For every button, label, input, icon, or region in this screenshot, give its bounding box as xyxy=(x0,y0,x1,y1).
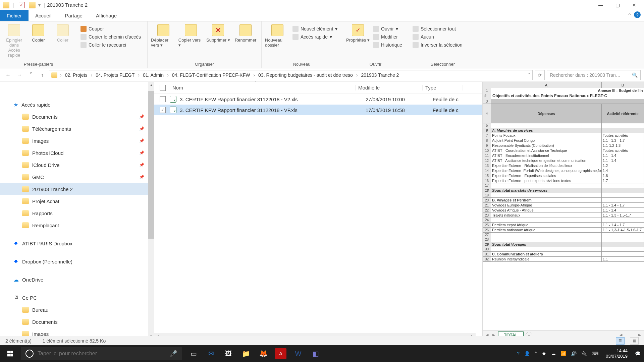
tab-view[interactable]: Affichage xyxy=(89,10,123,21)
tray-wifi-icon[interactable]: 📶 xyxy=(560,351,566,356)
copy-button[interactable]: Copier xyxy=(28,23,49,43)
search-input[interactable]: Rechercher dans : 201903 Tran… 🔍 xyxy=(547,70,641,80)
breadcrumb[interactable]: 01. Admin xyxy=(142,72,164,78)
taskbar-firefox[interactable]: 🦊 xyxy=(258,348,269,359)
tray-help-icon[interactable]: ? xyxy=(517,351,520,356)
nav-dropbox-personal[interactable]: ⯁Dropbox (Personnelle) xyxy=(0,255,154,267)
tray-volume-icon[interactable]: 🔊 xyxy=(571,351,577,356)
pin-quickaccess-button[interactable]: Épingler dans Accès rapide xyxy=(3,23,25,58)
preview-cell: ATIBT - Coordination et Assistance Techn… xyxy=(491,148,602,153)
rename-button[interactable]: Renommer xyxy=(233,23,258,43)
new-item-button[interactable]: Nouvel élément ▾ xyxy=(292,25,337,33)
tab-file[interactable]: Fichier xyxy=(0,10,29,21)
action-center-icon[interactable]: 💬 xyxy=(635,351,641,356)
tray-overflow-icon[interactable]: ˄ xyxy=(535,351,537,356)
sidebar-item[interactable]: Rapports xyxy=(0,207,154,219)
breadcrumb[interactable]: 02. Projets xyxy=(64,72,88,78)
maximize-button[interactable]: ▢ xyxy=(609,0,626,10)
delete-button[interactable]: Supprimer ▾ xyxy=(206,23,231,43)
file-row[interactable]: ✓3. CERTIF KFW Rapport financier 3112201… xyxy=(154,105,482,115)
quick-access-button[interactable]: Accès rapide ▾ xyxy=(292,33,337,41)
sidebar-item[interactable]: iCloud Drive📌 xyxy=(0,159,154,171)
tray-keyboard-icon[interactable]: ⌨ xyxy=(592,351,598,356)
col-modified[interactable]: Modifié le xyxy=(356,85,423,90)
open-button[interactable]: Ouvrir ▾ xyxy=(373,25,402,33)
chevron-down-icon[interactable]: ▾ xyxy=(38,2,41,8)
sidebar-item[interactable]: GMC📌 xyxy=(0,171,154,183)
tray-people-icon[interactable]: 👤 xyxy=(524,351,530,356)
sidebar-item[interactable]: Photos iCloud📌 xyxy=(0,147,154,159)
breadcrumb[interactable]: 04. FLEGT-Certification PPECF-KFW xyxy=(171,72,251,78)
nav-dropbox[interactable]: ⯁ATIBT PARIS Dropbox xyxy=(0,237,154,249)
taskbar-acrobat[interactable]: A xyxy=(275,348,286,359)
scroll-up-button[interactable]: ▲ xyxy=(148,82,154,88)
cut-button[interactable]: Couper xyxy=(80,25,141,33)
nav-forward-button[interactable]: → xyxy=(15,70,24,80)
sidebar-item[interactable]: Images📌 xyxy=(0,135,154,147)
address-bar[interactable]: › 02. Projets› 04. Projets FLEGT› 01. Ad… xyxy=(49,70,533,80)
scrollbar-thumb[interactable] xyxy=(148,91,154,239)
sidebar-item[interactable]: Documents xyxy=(0,316,154,328)
nav-recent-button[interactable]: ˅ xyxy=(26,70,36,80)
nav-onedrive[interactable]: ☁OneDrive xyxy=(0,274,154,286)
breadcrumb[interactable]: 03. Reporting budgetaires - audit et dde… xyxy=(258,72,354,78)
select-all-checkbox[interactable] xyxy=(160,85,166,91)
tab-home[interactable]: Accueil xyxy=(29,10,58,21)
copy-path-button[interactable]: Copier le chemin d'accès xyxy=(80,33,141,41)
select-none-button[interactable]: Aucun xyxy=(413,33,463,41)
breadcrumb[interactable]: 201903 Tranche 2 xyxy=(361,72,400,78)
nav-back-button[interactable]: ← xyxy=(3,70,13,80)
sidebar-item[interactable]: 201903 Tranche 2 xyxy=(0,183,154,195)
move-to-button[interactable]: Déplacer vers ▾ xyxy=(151,23,176,48)
icons-view-button[interactable]: ▦ xyxy=(630,337,639,345)
sidebar-item[interactable]: Téléchargements📌 xyxy=(0,123,154,135)
taskbar-word[interactable]: W xyxy=(292,348,304,359)
taskbar-explorer[interactable]: 📁 xyxy=(240,348,252,359)
tray-dropbox-icon[interactable]: ⯁ xyxy=(542,351,546,356)
task-view-button[interactable]: ▭ xyxy=(188,348,199,359)
tray-onedrive-icon[interactable]: ☁ xyxy=(551,351,556,356)
sidebar-item[interactable]: Documents📌 xyxy=(0,111,154,123)
taskbar-clock[interactable]: 14:4403/07/2019 xyxy=(603,348,630,359)
history-button[interactable]: Historique xyxy=(373,41,402,49)
paste-button[interactable]: Coller xyxy=(52,23,73,43)
mic-icon[interactable]: 🎤 xyxy=(170,350,177,357)
tab-share[interactable]: Partage xyxy=(58,10,89,21)
qat-check-icon[interactable]: ✓ xyxy=(19,2,25,8)
nav-quick-access[interactable]: ★Accès rapide xyxy=(0,99,154,111)
invert-selection-button[interactable]: Inverser la sélection xyxy=(413,41,463,49)
sidebar-item[interactable]: Bureau xyxy=(0,304,154,316)
taskbar-search-input[interactable] xyxy=(38,351,166,357)
taskbar-photos[interactable]: 🖼 xyxy=(223,348,234,359)
breadcrumb[interactable]: 04. Projets FLEGT xyxy=(95,72,135,78)
properties-button[interactable]: Propriétés ▾ xyxy=(345,23,370,43)
nav-this-pc[interactable]: 🖥Ce PC xyxy=(0,292,154,304)
refresh-button[interactable]: ⟳ xyxy=(535,70,545,80)
file-checkbox[interactable] xyxy=(160,96,166,102)
sidebar-item[interactable]: Projet Achat xyxy=(0,195,154,207)
taskbar-app[interactable]: ◧ xyxy=(310,348,321,359)
paste-shortcut-button[interactable]: Coller le raccourci xyxy=(80,41,141,49)
file-checkbox[interactable]: ✓ xyxy=(160,107,166,113)
minimize-button[interactable]: — xyxy=(592,0,609,10)
details-view-button[interactable]: ☰ xyxy=(616,337,625,345)
select-all-button[interactable]: Sélectionner tout xyxy=(413,25,463,33)
col-header[interactable]: A xyxy=(491,82,602,88)
close-button[interactable]: ✕ xyxy=(626,0,643,10)
copy-to-button[interactable]: Copier vers ▾ xyxy=(178,23,203,48)
col-name[interactable]: Nom xyxy=(170,85,356,90)
tray-power-icon[interactable]: 🔌 xyxy=(581,351,587,356)
taskbar-outlook[interactable]: ✉ xyxy=(205,348,217,359)
col-header[interactable]: B xyxy=(602,82,644,88)
chevron-down-icon[interactable]: ˅ xyxy=(528,72,530,78)
nav-up-button[interactable]: ↑ xyxy=(38,70,47,80)
collapse-ribbon-icon[interactable]: ^ xyxy=(628,12,631,17)
start-button[interactable] xyxy=(0,345,20,362)
col-type[interactable]: Type xyxy=(423,85,463,90)
help-icon[interactable]: ? xyxy=(634,11,641,18)
taskbar-search[interactable]: 🎤 xyxy=(21,347,182,360)
file-row[interactable]: 3. CERTIF KFW Rapport financier 31122018… xyxy=(154,94,482,105)
edit-button[interactable]: Modifier xyxy=(373,33,402,41)
new-folder-button[interactable]: Nouveau dossier xyxy=(265,23,290,48)
sidebar-item[interactable]: Remplaçant xyxy=(0,219,154,231)
